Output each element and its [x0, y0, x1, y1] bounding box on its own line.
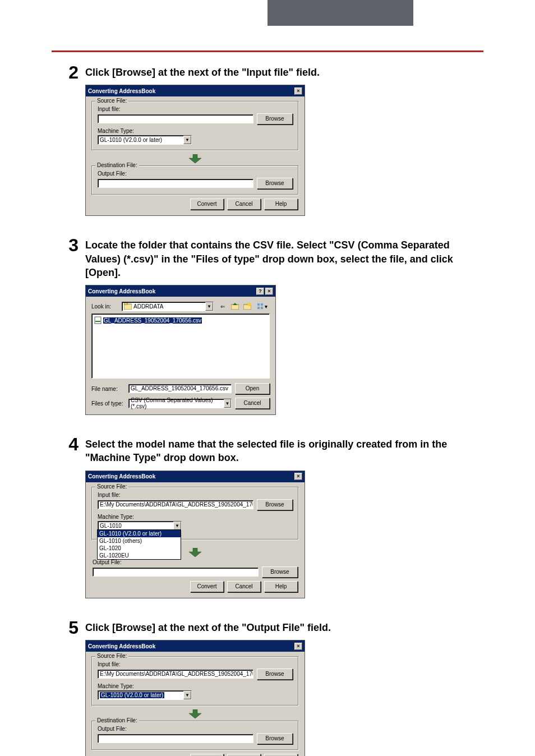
browse-output-button[interactable]: Browse — [257, 178, 293, 189]
dropdown-option-2[interactable]: GL-1010 (others) — [98, 537, 181, 545]
output-file-field[interactable] — [98, 734, 253, 743]
svg-rect-2 — [124, 303, 127, 305]
step-number-2: 2 — [52, 63, 85, 81]
step-number-3: 3 — [52, 236, 85, 254]
convert-button[interactable]: Convert — [190, 199, 224, 210]
step-number-5: 5 — [52, 619, 85, 637]
dialog-titlebar: Converting AddressBook ? × — [86, 285, 275, 297]
input-file-label: Input file: — [98, 661, 293, 667]
output-file-field[interactable] — [93, 568, 259, 577]
help-button[interactable]: Help — [264, 754, 298, 756]
dropdown-option-3[interactable]: GL-1020 — [98, 545, 181, 552]
cancel-button[interactable]: Cancel — [227, 754, 261, 756]
filetype-select[interactable]: CSV (Comma Separated Values) (*.csv) ▼ — [128, 399, 232, 408]
red-rule — [52, 50, 483, 52]
close-icon[interactable]: × — [294, 473, 302, 480]
output-file-field[interactable] — [98, 179, 253, 188]
svg-rect-9 — [257, 307, 260, 309]
output-file-label: Output File: — [98, 726, 293, 732]
machine-type-label: Machine Type: — [98, 514, 293, 520]
up-folder-icon[interactable] — [229, 301, 241, 311]
help-icon[interactable]: ? — [256, 288, 264, 295]
svg-rect-7 — [257, 303, 260, 306]
lookin-select[interactable]: ADDRDATA ▼ — [122, 302, 214, 311]
top-banner — [0, 0, 535, 26]
chevron-down-icon: ▼ — [183, 136, 191, 144]
filename-label: File name: — [91, 386, 125, 392]
svg-marker-13 — [189, 548, 201, 557]
lookin-label: Look in: — [91, 303, 118, 310]
svg-rect-12 — [95, 321, 100, 322]
dest-legend: Destination File: — [95, 162, 139, 168]
svg-rect-3 — [231, 305, 239, 310]
dropdown-option-1[interactable]: GL-1010 (V2.0.0 or later) — [98, 530, 181, 537]
svg-rect-8 — [261, 303, 263, 306]
svg-marker-0 — [189, 154, 201, 163]
filetype-label: Files of type: — [91, 400, 125, 407]
cancel-button[interactable]: Cancel — [227, 199, 261, 210]
browse-output-button[interactable]: Browse — [262, 566, 298, 578]
converting-dialog-2: Converting AddressBook × Source File: In… — [85, 471, 305, 598]
machine-type-select[interactable]: GL-1010 (V2.0.0 or later) ▼ — [98, 135, 192, 145]
dialog-title: Converting AddressBook — [88, 473, 155, 480]
step-number-4: 4 — [52, 435, 85, 453]
lookin-value: ADDRDATA — [133, 303, 164, 310]
step-4: 4 Select the model name that the selecte… — [52, 437, 483, 598]
svg-marker-4 — [233, 303, 237, 305]
svg-point-6 — [248, 303, 251, 306]
machine-type-dropdown[interactable]: GL-1010 (V2.0.0 or later) GL-1010 (other… — [97, 529, 181, 560]
file-item-name: GL_ADDRESS_19052004_170656.csv — [103, 317, 202, 324]
filename-field[interactable]: GL_ADDRESS_19052004_170656.csv — [128, 384, 232, 393]
cancel-button[interactable]: Cancel — [227, 581, 261, 592]
source-legend: Source File: — [95, 483, 128, 490]
dest-fieldset: Destination File: Output File: Browse — [91, 721, 299, 750]
cancel-button[interactable]: Cancel — [235, 398, 270, 409]
dialog-titlebar: Converting AddressBook × — [86, 640, 305, 652]
machine-type-select[interactable]: GL-1010 (V2.0.0 or later) ▼ — [98, 690, 192, 700]
dialog-titlebar: Converting AddressBook × — [86, 471, 305, 482]
file-dialog-toolbar: ⇐ ▾ — [217, 301, 270, 311]
views-icon[interactable]: ▾ — [254, 301, 270, 311]
step-3: 3 Locate the folder that contains the CS… — [52, 238, 483, 415]
convert-button[interactable]: Convert — [190, 754, 224, 756]
input-file-field[interactable]: E:\My Documents\ADDRDATA\GL_ADDRESS_1905… — [98, 670, 253, 679]
close-icon[interactable]: × — [265, 288, 273, 295]
dialog-title: Converting AddressBook — [88, 88, 155, 94]
input-file-label: Input file: — [98, 492, 293, 498]
input-file-field[interactable] — [98, 114, 253, 123]
help-button[interactable]: Help — [264, 199, 298, 210]
new-folder-icon[interactable] — [242, 301, 253, 311]
csv-file-icon — [94, 316, 102, 324]
browse-input-button[interactable]: Browse — [257, 499, 293, 510]
page-content: 2 Click [Browse] at the next of the "Inp… — [0, 26, 535, 756]
machine-type-value: GL-1010 (V2.0.0 or later) — [100, 692, 164, 698]
machine-type-value: GL-1010 (V2.0.0 or later) — [100, 137, 162, 143]
dialog-titlebar: Converting AddressBook × — [86, 85, 305, 96]
browse-input-button[interactable]: Browse — [257, 113, 293, 125]
output-file-label: Output File: — [98, 170, 293, 177]
source-legend: Source File: — [95, 653, 128, 659]
source-fieldset: Source File: Input file: E:\My Documents… — [91, 656, 299, 706]
converting-dialog-1: Converting AddressBook × Source File: In… — [85, 85, 305, 216]
convert-button[interactable]: Convert — [190, 581, 224, 592]
browse-input-button[interactable]: Browse — [257, 669, 293, 680]
input-file-field[interactable]: E:\My Documents\ADDRDATA\GL_ADDRESS_1905… — [98, 500, 253, 509]
dropdown-option-4[interactable]: GL-1020EU — [98, 552, 181, 559]
step-title-3: Locate the folder that contains the CSV … — [85, 238, 483, 279]
help-button[interactable]: Help — [264, 581, 298, 592]
browse-output-button[interactable]: Browse — [257, 733, 293, 744]
machine-type-value: GL-1010 — [100, 523, 122, 529]
chevron-down-icon: ▼ — [183, 691, 191, 699]
file-list[interactable]: GL_ADDRESS_19052004_170656.csv — [91, 314, 270, 379]
step-title-4: Select the model name that the selected … — [85, 437, 483, 465]
step-title-2: Click [Browse] at the next of the "Input… — [85, 66, 483, 79]
step-title-5: Click [Browse] at the next of the "Outpu… — [85, 621, 483, 634]
folder-icon — [124, 303, 132, 310]
close-icon[interactable]: × — [294, 87, 302, 95]
file-item-selected[interactable]: GL_ADDRESS_19052004_170656.csv — [94, 316, 202, 324]
open-button[interactable]: Open — [235, 383, 270, 394]
close-icon[interactable]: × — [294, 643, 302, 650]
svg-rect-11 — [95, 317, 101, 324]
dialog-title: Converting AddressBook — [88, 288, 155, 294]
back-icon[interactable]: ⇐ — [217, 301, 228, 311]
